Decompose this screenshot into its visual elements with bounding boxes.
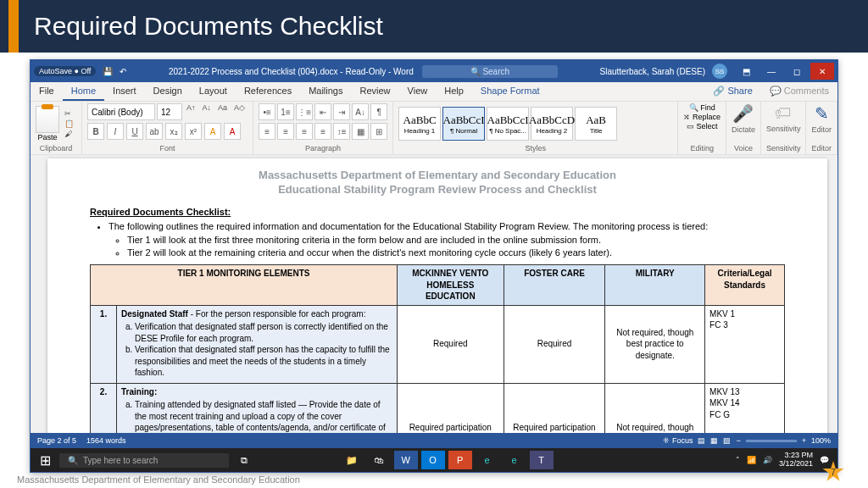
- ribbon-clipboard: Paste ✂ 📋 🖌 Clipboard: [31, 102, 82, 154]
- search-input[interactable]: 🔍 Search: [422, 65, 558, 78]
- share-button[interactable]: 🔗 Share: [704, 82, 760, 101]
- sensitivity-button[interactable]: 🏷Sensitivity: [766, 103, 801, 144]
- format-painter-icon[interactable]: 🖌: [62, 130, 76, 138]
- taskbar: ⊞ 🔍 Type here to search ⧉ 📁 🛍 W O P e e …: [31, 448, 837, 472]
- comments-button[interactable]: 💬 Comments: [761, 82, 837, 101]
- style-heading-1[interactable]: AaBbCHeading 1: [398, 107, 441, 141]
- close-icon[interactable]: ✕: [810, 63, 834, 80]
- select-button[interactable]: ▭ Select: [687, 122, 718, 130]
- view-read-icon[interactable]: ▤: [698, 436, 705, 445]
- menu-references[interactable]: References: [236, 82, 300, 101]
- undo-icon[interactable]: ↶: [120, 67, 126, 76]
- menu-view[interactable]: View: [399, 82, 437, 101]
- document-area[interactable]: Massachusetts Department of Elementary a…: [31, 155, 837, 433]
- align-right-icon[interactable]: ≡: [296, 123, 313, 140]
- change-case-icon[interactable]: Aa: [215, 103, 230, 120]
- zoom-out-icon[interactable]: −: [736, 436, 740, 445]
- minimize-icon[interactable]: —: [760, 63, 783, 80]
- ribbon-voice: 🎤Dictate Voice: [726, 102, 761, 154]
- autosave-toggle[interactable]: AutoSave ● Off: [34, 66, 96, 76]
- clear-format-icon[interactable]: A◇: [231, 103, 248, 120]
- bullets-icon[interactable]: •≡: [259, 103, 275, 120]
- page-number-badge: 7: [822, 461, 844, 483]
- style--no-spac-[interactable]: AaBbCcI¶ No Spac...: [487, 107, 529, 141]
- store-icon[interactable]: 🛍: [367, 451, 391, 469]
- user-name[interactable]: Slautterback, Sarah (DESE): [600, 67, 706, 76]
- powerpoint-app-icon[interactable]: P: [448, 451, 472, 469]
- editor-button[interactable]: ✎Editor: [811, 103, 832, 144]
- sort-icon[interactable]: A↓: [352, 103, 369, 120]
- justify-icon[interactable]: ≡: [314, 123, 331, 140]
- edge-icon[interactable]: e: [503, 451, 526, 469]
- strike-button[interactable]: ab: [146, 123, 163, 140]
- outlook-app-icon[interactable]: O: [421, 451, 445, 469]
- find-button[interactable]: 🔍 Find: [689, 103, 715, 112]
- multilevel-icon[interactable]: ⋮≡: [296, 103, 313, 120]
- zoom-in-icon[interactable]: +: [802, 436, 806, 445]
- zoom-level[interactable]: 100%: [811, 436, 831, 445]
- grow-font-icon[interactable]: A↑: [184, 103, 198, 120]
- shading-icon[interactable]: ▦: [352, 123, 369, 140]
- align-center-icon[interactable]: ≡: [277, 123, 294, 140]
- font-name-select[interactable]: Calibri (Body): [87, 103, 155, 120]
- bold-button[interactable]: B: [87, 123, 104, 140]
- titlebar: AutoSave ● Off 💾 ↶ 2021-2022 Process and…: [31, 60, 837, 82]
- menu-insert[interactable]: Insert: [104, 82, 145, 101]
- menu-design[interactable]: Design: [145, 82, 191, 101]
- tier-table: TIER 1 MONITORING ELEMENTS MCKINNEY VENT…: [90, 264, 785, 433]
- numbering-icon[interactable]: 1≡: [277, 103, 294, 120]
- page-indicator[interactable]: Page 2 of 5: [37, 436, 76, 445]
- menu-help[interactable]: Help: [436, 82, 472, 101]
- clock-date[interactable]: 3/12/2021: [779, 460, 813, 469]
- replace-button[interactable]: ⤭ Replace: [683, 113, 721, 121]
- view-print-icon[interactable]: ▦: [710, 436, 718, 445]
- cut-icon[interactable]: ✂: [62, 109, 76, 118]
- indent-left-icon[interactable]: ⇤: [314, 103, 331, 120]
- indent-right-icon[interactable]: ⇥: [333, 103, 350, 120]
- ribbon-font: Calibri (Body) 12 A↑ A↓ Aa A◇ B I U ab x…: [82, 102, 253, 154]
- save-icon[interactable]: 💾: [103, 67, 113, 76]
- sound-icon[interactable]: 🔊: [763, 456, 772, 464]
- task-view-icon[interactable]: ⧉: [232, 451, 256, 469]
- shrink-font-icon[interactable]: A↓: [200, 103, 214, 120]
- word-count[interactable]: 1564 words: [86, 436, 126, 445]
- teams-app-icon[interactable]: T: [530, 451, 554, 469]
- word-app-icon[interactable]: W: [394, 451, 418, 469]
- maximize-icon[interactable]: ◻: [785, 63, 809, 80]
- menu-shape-format[interactable]: Shape Format: [472, 82, 548, 101]
- font-color-button[interactable]: A: [224, 123, 241, 140]
- ie-icon[interactable]: e: [476, 451, 499, 469]
- font-size-select[interactable]: 12: [157, 103, 182, 120]
- user-avatar[interactable]: SS: [712, 64, 727, 79]
- menu-home[interactable]: Home: [63, 82, 104, 101]
- explorer-icon[interactable]: 📁: [340, 451, 364, 469]
- menu-mailings[interactable]: Mailings: [300, 82, 351, 101]
- wifi-icon[interactable]: 📶: [747, 456, 756, 464]
- menu-review[interactable]: Review: [352, 82, 399, 101]
- paste-button[interactable]: Paste: [36, 106, 59, 141]
- zoom-slider[interactable]: [746, 440, 797, 442]
- italic-button[interactable]: I: [107, 123, 124, 140]
- taskbar-search[interactable]: 🔍 Type here to search: [59, 453, 229, 468]
- menu-file[interactable]: File: [31, 82, 63, 101]
- style-heading-2[interactable]: AaBbCcDHeading 2: [531, 107, 573, 141]
- start-button[interactable]: ⊞: [34, 451, 56, 469]
- subscript-button[interactable]: x₂: [165, 123, 182, 140]
- ribbon-toggle-icon[interactable]: ⬒: [734, 63, 758, 80]
- footer-org: Massachusetts Department of Elementary a…: [17, 474, 300, 485]
- tray-up-icon[interactable]: ˄: [736, 456, 740, 464]
- focus-mode[interactable]: ⁜ Focus: [663, 436, 693, 445]
- style--normal[interactable]: AaBbCcI¶ Normal: [442, 107, 485, 141]
- copy-icon[interactable]: 📋: [62, 119, 76, 128]
- view-web-icon[interactable]: ▨: [723, 436, 731, 445]
- style-title[interactable]: AaBTitle: [575, 107, 617, 141]
- align-left-icon[interactable]: ≡: [259, 123, 275, 140]
- line-spacing-icon[interactable]: ↕≡: [333, 123, 350, 140]
- underline-button[interactable]: U: [126, 123, 143, 140]
- menu-layout[interactable]: Layout: [191, 82, 236, 101]
- superscript-button[interactable]: x²: [185, 123, 202, 140]
- highlight-button[interactable]: A: [204, 123, 221, 140]
- dictate-button[interactable]: 🎤Dictate: [732, 103, 755, 144]
- show-marks-icon[interactable]: ¶: [370, 103, 387, 120]
- borders-icon[interactable]: ⊞: [370, 123, 387, 140]
